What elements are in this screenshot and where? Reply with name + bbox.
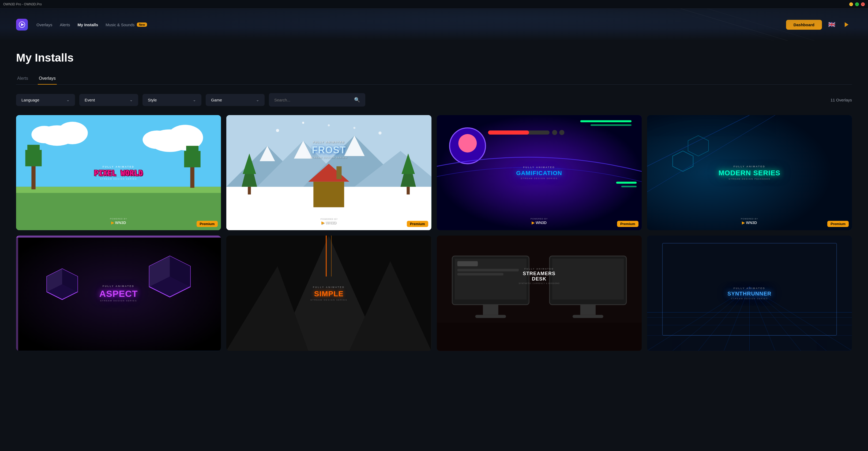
logo-icon — [16, 19, 28, 31]
svg-marker-5 — [845, 22, 848, 27]
svg-point-40 — [328, 124, 330, 126]
card-image: FULLY ANIMATED GAMIFICATION STREAM DESIG… — [437, 115, 642, 230]
card-simple[interactable]: FULLY ANIMATED SIMPLE STREAM DESIGN SERI… — [226, 235, 431, 351]
card-premium-badge: Premium — [196, 221, 218, 227]
svg-rect-38 — [407, 187, 410, 195]
svg-rect-78 — [483, 305, 498, 315]
header: Overlays Alerts My Installs Music & Soun… — [0, 8, 868, 41]
nav-music-sounds[interactable]: Music & Sounds New — [105, 23, 147, 27]
card-image: FULLY ANIMATED FROST STREAM DESIGN SERIE… — [226, 115, 431, 230]
svg-rect-84 — [457, 261, 478, 266]
card-image: FULLY ANIMATED SYNTHRUNNER STREAM DESIGN… — [647, 235, 852, 351]
card-premium-badge: Premium — [407, 221, 428, 227]
titlebar-title: OWN3D Pro - OWN3D.Pro — [3, 2, 42, 6]
svg-point-41 — [378, 131, 381, 134]
maximize-button[interactable]: □ — [855, 2, 859, 6]
nav-alerts[interactable]: Alerts — [60, 23, 70, 27]
close-button[interactable]: × — [861, 2, 865, 6]
overlay-count: 11 Overlays — [831, 98, 852, 102]
svg-rect-20 — [186, 146, 198, 155]
main-content: My Installs Alerts Overlays Language ⌄ E… — [0, 41, 868, 362]
page-title: My Installs — [16, 52, 852, 64]
card-image: FULLY ANIMATED ASPECT STREAM DESIGN SERI… — [16, 235, 221, 351]
chevron-down-icon: ⌄ — [130, 98, 133, 102]
svg-point-8 — [57, 122, 88, 144]
nav-my-installs[interactable]: My Installs — [78, 23, 98, 27]
svg-marker-4 — [21, 23, 24, 26]
card-gamification[interactable]: FULLY ANIMATED GAMIFICATION STREAM DESIG… — [437, 115, 642, 230]
chevron-down-icon: ⌄ — [193, 98, 196, 102]
minimize-button[interactable]: − — [849, 2, 853, 6]
card-image: FULLY ANIMATED STREAMERSDESK SYNTHETIC C… — [437, 235, 642, 351]
event-dropdown[interactable]: Event ⌄ — [79, 94, 138, 106]
flag-icon: 🇬🇧 — [828, 21, 835, 28]
card-premium-badge: Premium — [617, 221, 639, 227]
card-streamers-desk[interactable]: FULLY ANIMATED STREAMERSDESK SYNTHETIC C… — [437, 235, 642, 351]
powered-by-label: POWERED BY — [320, 218, 337, 220]
svg-point-9 — [31, 126, 57, 143]
own3d-logo: ▶WN3D — [321, 221, 336, 225]
svg-line-2 — [667, 8, 774, 41]
svg-rect-87 — [437, 323, 642, 351]
svg-rect-82 — [580, 305, 595, 315]
tabs: Alerts Overlays — [16, 73, 852, 85]
search-box[interactable]: 🔍 — [269, 93, 365, 106]
play-button[interactable] — [841, 19, 852, 30]
own3d-logo: ▶WN3D — [532, 221, 547, 225]
svg-point-51 — [552, 130, 557, 135]
chevron-down-icon: ⌄ — [66, 98, 70, 102]
svg-point-12 — [143, 130, 172, 149]
card-grid: FULLY ANIMATED PIXEL WORLD STREAM DESIGN… — [16, 115, 852, 351]
card-modern-series[interactable]: FULLY ANIMATED MODERN SERIES STREAM DESI… — [647, 115, 852, 230]
svg-point-42 — [302, 122, 304, 124]
card-aspect[interactable]: FULLY ANIMATED ASPECT STREAM DESIGN SERI… — [16, 235, 221, 351]
titlebar: OWN3D Pro - OWN3D.Pro − □ × — [0, 0, 868, 8]
svg-point-39 — [276, 129, 279, 132]
card-image: FULLY ANIMATED MODERN SERIES STREAM DESI… — [647, 115, 852, 230]
card-premium-badge: Premium — [827, 221, 849, 227]
own3d-logo: ▶WN3D — [111, 221, 126, 225]
svg-rect-47 — [580, 120, 631, 122]
svg-point-46 — [458, 134, 477, 153]
card-image: FULLY ANIMATED SIMPLE STREAM DESIGN SERI… — [226, 235, 431, 351]
search-icon: 🔍 — [354, 97, 360, 103]
svg-line-0 — [681, 8, 788, 41]
header-left: Overlays Alerts My Installs Music & Soun… — [16, 19, 147, 31]
svg-rect-53 — [616, 182, 637, 184]
svg-rect-30 — [313, 182, 344, 207]
header-right: Dashboard 🇬🇧 — [786, 19, 852, 30]
game-dropdown[interactable]: Game ⌄ — [206, 94, 265, 106]
card-image: FULLY ANIMATED PIXEL WORLD STREAM DESIGN… — [16, 115, 221, 230]
svg-rect-54 — [621, 186, 636, 187]
svg-point-43 — [353, 127, 356, 129]
new-badge: New — [137, 23, 147, 27]
svg-rect-17 — [27, 145, 40, 154]
language-flag-button[interactable]: 🇬🇧 — [826, 19, 837, 30]
svg-rect-79 — [475, 315, 506, 318]
powered-by-label: POWERED BY — [110, 218, 127, 220]
language-dropdown[interactable]: Language ⌄ — [16, 94, 75, 106]
svg-rect-48 — [590, 124, 631, 126]
chevron-down-icon: ⌄ — [256, 98, 259, 102]
svg-rect-67 — [16, 235, 221, 238]
logo[interactable] — [16, 19, 28, 31]
titlebar-controls: − □ × — [849, 2, 865, 6]
svg-rect-83 — [572, 315, 603, 318]
svg-point-52 — [559, 130, 564, 135]
style-dropdown[interactable]: Style ⌄ — [143, 94, 202, 106]
svg-rect-68 — [16, 235, 18, 351]
tab-overlays[interactable]: Overlays — [38, 73, 57, 85]
dashboard-button[interactable]: Dashboard — [786, 20, 822, 30]
svg-rect-50 — [488, 130, 529, 134]
svg-rect-32 — [337, 166, 342, 179]
card-pixel-world[interactable]: FULLY ANIMATED PIXEL WORLD STREAM DESIGN… — [16, 115, 221, 230]
powered-by-label: POWERED BY — [531, 218, 548, 220]
filter-row: Language ⌄ Event ⌄ Style ⌄ Game ⌄ 🔍 11 O… — [16, 93, 852, 106]
card-frost[interactable]: FULLY ANIMATED FROST STREAM DESIGN SERIE… — [226, 115, 431, 230]
powered-by-label: POWERED BY — [741, 218, 758, 220]
own3d-logo: ▶WN3D — [742, 221, 757, 225]
nav-overlays[interactable]: Overlays — [36, 23, 52, 27]
tab-alerts[interactable]: Alerts — [16, 73, 29, 85]
search-input[interactable] — [274, 98, 351, 102]
card-synthrunner[interactable]: FULLY ANIMATED SYNTHRUNNER STREAM DESIGN… — [647, 235, 852, 351]
